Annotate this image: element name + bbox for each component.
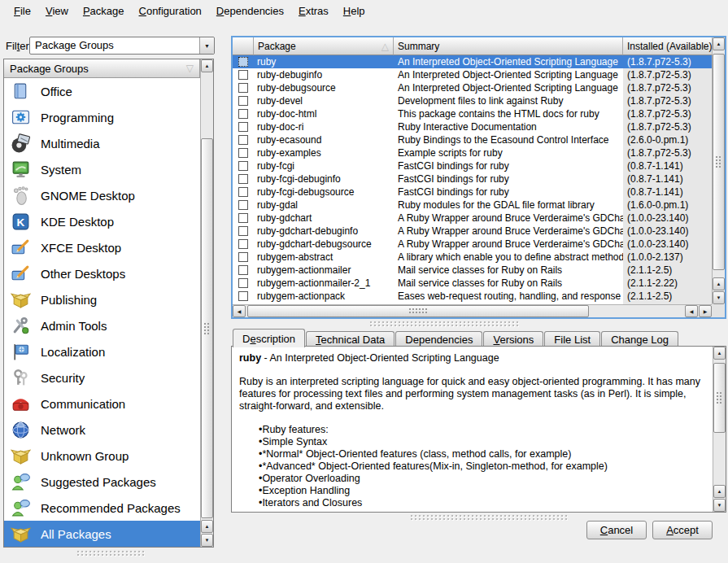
package-row-rubygem-actionmailer-2-1[interactable]: rubygem-actionmailer-2_1Mail service cla… (233, 277, 712, 290)
package-checkbox[interactable] (238, 161, 248, 171)
package-checkbox[interactable] (238, 213, 248, 223)
table-hscrollbar-thumb[interactable] (247, 305, 589, 317)
package-row-ruby-gdchart[interactable]: ruby-gdchartA Ruby Wrapper around Bruce … (233, 212, 712, 225)
sidebar-item-recommended-packages[interactable]: Recommended Packages (4, 495, 200, 521)
filter-dropdown[interactable]: Package Groups ▼ (29, 37, 215, 55)
column-header-installed-available[interactable]: Installed (Available) (623, 37, 712, 55)
sidebar-item-unknown-group[interactable]: Unknown Group (4, 443, 200, 469)
package-row-ruby-gdal[interactable]: ruby-gdalRuby modules for the GDAL file … (233, 199, 712, 212)
package-checkbox[interactable] (238, 148, 248, 158)
package-row-ruby-gdchart-debuginfo[interactable]: ruby-gdchart-debuginfoA Ruby Wrapper aro… (233, 225, 712, 238)
package-checkbox[interactable] (238, 96, 248, 106)
package-row-ruby-debugsource[interactable]: ruby-debugsourceAn Interpreted Object-Or… (233, 81, 712, 94)
package-row-rubygem-abstract[interactable]: rubygem-abstractA library which enable y… (233, 251, 712, 264)
scroll-up-button[interactable]: ▲ (201, 59, 213, 72)
package-checkbox[interactable] (238, 57, 248, 67)
package-checkbox[interactable] (238, 278, 248, 288)
package-checkbox[interactable] (238, 122, 248, 132)
package-checkbox[interactable] (238, 239, 248, 249)
package-table-vertical-scrollbar[interactable]: ▲ ▲ ▼ (712, 37, 725, 304)
description-scrollbar[interactable]: ▲ ▲ ▼ (713, 347, 726, 512)
package-table-horizontal-scrollbar[interactable]: ◀ ◀ ▶ (233, 304, 712, 317)
package-checkbox[interactable] (238, 109, 248, 119)
package-row-ruby-ecasound[interactable]: ruby-ecasoundRuby Bindings to the Ecasou… (233, 133, 712, 146)
scroll-left-button[interactable]: ◀ (233, 305, 246, 317)
package-row-ruby-devel[interactable]: ruby-develDevelopment files to link agai… (233, 94, 712, 107)
tab-technical-data[interactable]: Technical Data (306, 331, 395, 347)
package-row-ruby-fcgi-debuginfo[interactable]: ruby-fcgi-debuginfoFastCGI bindings for … (233, 172, 712, 185)
sidebar-splitter-handle[interactable] (77, 551, 146, 556)
cancel-button[interactable]: Cancel (586, 521, 647, 539)
sidebar-item-localization[interactable]: Localization (4, 338, 200, 364)
scroll-up-button[interactable]: ▲ (201, 520, 213, 533)
sidebar-scrollbar[interactable]: ▲ ▲ ▼ (200, 59, 213, 547)
sidebar-item-programming[interactable]: Programming (4, 104, 200, 130)
package-checkbox[interactable] (238, 252, 248, 262)
package-row-ruby-doc-ri[interactable]: ruby-doc-riRuby Interactive Documentatio… (233, 120, 712, 133)
scroll-up-button[interactable]: ▲ (713, 485, 726, 498)
package-checkbox[interactable] (238, 226, 248, 236)
column-header-summary[interactable]: Summary (394, 37, 623, 55)
column-header-package[interactable]: Package△ (254, 37, 394, 55)
menu-item-dependencies[interactable]: Dependencies (209, 2, 291, 20)
package-row-ruby-examples[interactable]: ruby-examplesExample scripts for ruby(1.… (233, 146, 712, 159)
menu-item-package[interactable]: Package (76, 2, 132, 20)
menu-item-help[interactable]: Help (336, 2, 373, 20)
package-checkbox[interactable] (238, 70, 248, 80)
menu-item-file[interactable]: File (7, 2, 38, 20)
package-row-ruby-fcgi-debugsource[interactable]: ruby-fcgi-debugsourceFastCGI bindings fo… (233, 185, 712, 199)
sidebar-item-admin-tools[interactable]: Admin Tools (4, 312, 200, 338)
sidebar-item-multimedia[interactable]: Multimedia (4, 130, 200, 156)
scroll-down-button[interactable]: ▼ (713, 499, 726, 512)
scroll-down-button[interactable]: ▼ (713, 291, 725, 304)
table-scrollbar-thumb[interactable] (713, 54, 725, 270)
sidebar-item-other-desktops[interactable]: Other Desktops (4, 260, 200, 286)
package-checkbox[interactable] (238, 265, 248, 275)
scroll-up-button[interactable]: ▲ (713, 277, 725, 290)
scroll-right-button[interactable]: ▶ (699, 305, 712, 317)
package-row-ruby[interactable]: rubyAn Interpreted Object-Oriented Scrip… (233, 55, 712, 68)
scroll-left-button[interactable]: ◀ (685, 305, 698, 317)
sidebar-item-security[interactable]: Security (4, 364, 200, 391)
package-row-rubygem-actionpack[interactable]: rubygem-actionpackEases web-request rout… (233, 290, 712, 303)
sidebar-item-office[interactable]: Office (4, 78, 200, 104)
package-row-ruby-gdchart-debugsource[interactable]: ruby-gdchart-debugsourceA Ruby Wrapper a… (233, 238, 712, 251)
dropdown-arrow-button[interactable]: ▼ (199, 37, 214, 54)
tab-file-list[interactable]: File List (544, 331, 600, 347)
tab-versions[interactable]: Versions (483, 331, 543, 347)
sidebar-item-network[interactable]: Network (4, 417, 200, 443)
tab-dependencies[interactable]: Dependencies (395, 331, 482, 347)
package-checkbox[interactable] (238, 83, 248, 93)
package-groups-column-header[interactable]: Package Groups ▽ (4, 59, 200, 78)
sidebar-item-kde-desktop[interactable]: KKDE Desktop (4, 208, 200, 234)
sidebar-item-xfce-desktop[interactable]: XFCE Desktop (4, 234, 200, 260)
menu-item-view[interactable]: View (38, 2, 76, 20)
scroll-up-button[interactable]: ▲ (713, 347, 726, 360)
scroll-down-button[interactable]: ▼ (201, 534, 213, 547)
package-checkbox[interactable] (238, 291, 248, 301)
description-splitter-handle[interactable] (411, 515, 569, 521)
column-header-checkbox[interactable] (233, 37, 254, 55)
description-scrollbar-thumb[interactable] (713, 363, 726, 433)
tab-change-log[interactable]: Change Log (601, 331, 678, 347)
package-checkbox[interactable] (238, 200, 248, 210)
menu-item-configuration[interactable]: Configuration (132, 2, 209, 20)
menu-item-extras[interactable]: Extras (291, 2, 336, 20)
package-checkbox[interactable] (238, 135, 248, 145)
sidebar-item-communication[interactable]: Communication (4, 391, 200, 417)
accept-button[interactable]: Accept (652, 521, 713, 539)
package-checkbox[interactable] (238, 187, 248, 197)
sidebar-item-system[interactable]: System (4, 156, 200, 182)
sidebar-item-suggested-packages[interactable]: Suggested Packages (4, 469, 200, 495)
sidebar-item-all-packages[interactable]: All Packages (4, 521, 200, 547)
package-row-ruby-debuginfo[interactable]: ruby-debuginfoAn Interpreted Object-Orie… (233, 68, 712, 81)
package-row-ruby-doc-html[interactable]: ruby-doc-htmlThis package contains the H… (233, 107, 712, 120)
sidebar-item-gnome-desktop[interactable]: GNOME Desktop (4, 182, 200, 208)
scroll-up-button[interactable]: ▲ (713, 37, 725, 50)
sidebar-item-publishing[interactable]: Publishing (4, 286, 200, 312)
package-row-rubygem-actionmailer[interactable]: rubygem-actionmailerMail service classes… (233, 264, 712, 277)
horizontal-splitter-handle[interactable] (370, 321, 521, 327)
tab-description[interactable]: Description (233, 329, 305, 347)
package-checkbox[interactable] (238, 174, 248, 184)
package-row-ruby-fcgi[interactable]: ruby-fcgiFastCGI bindings for ruby(0.8.7… (233, 159, 712, 172)
